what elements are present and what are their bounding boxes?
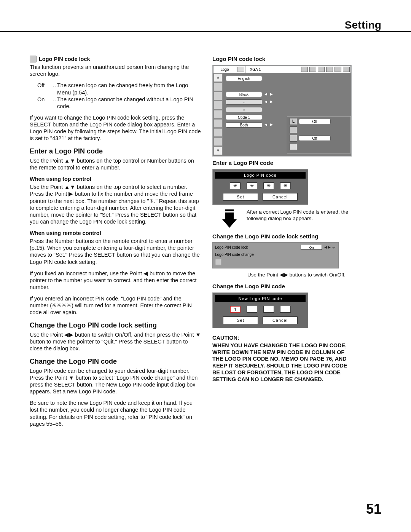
- osd-menu-icon: [301, 67, 308, 72]
- dots-leader: ..........: [52, 82, 56, 96]
- digit-box: ✳: [280, 182, 291, 189]
- panel-change-lock: Logo PIN code lock On ◀ ▶ ↵ Logo PIN cod…: [212, 242, 339, 268]
- osd-menu-icon: [309, 67, 316, 72]
- heading-top-control: When using top control: [30, 176, 201, 182]
- digit-box: ✳: [230, 182, 241, 189]
- cancel-button: Cancel: [263, 193, 298, 201]
- cancel-button: Cancel: [263, 316, 298, 324]
- osd-menu-icon: [335, 67, 341, 72]
- osd-row-language: English: [226, 75, 273, 82]
- lock-row-1: Logo PIN code lock On ◀ ▶ ↵: [215, 245, 336, 250]
- svg-rect-1: [225, 212, 234, 219]
- osd-option-list: English Black◀▶ ○◀▶ ○ Code 1 Both◀▶: [223, 73, 275, 155]
- digit-box: [263, 306, 274, 313]
- logo-lock-icon: [290, 135, 297, 142]
- digit-box: ✳: [263, 182, 274, 189]
- para-change-pin-1: Logo PIN code can be changed to your des…: [30, 367, 201, 395]
- osd-tab-icon: [237, 67, 244, 72]
- dialog-title: Logo PIN code: [215, 172, 306, 179]
- lock-row-2: Logo PIN code change: [215, 253, 336, 257]
- osd-subrow-logo-lock: Off: [290, 135, 348, 142]
- set-button: Set: [223, 193, 258, 201]
- heading-osd-change-pin: Change the Logo PIN code: [212, 283, 352, 290]
- def-key-on: On: [37, 96, 52, 110]
- digit-box-active: 1: [230, 306, 241, 313]
- osd-sub-value: Off: [299, 119, 331, 124]
- heading-logo-pin-lock: Logo PIN code lock: [30, 56, 201, 62]
- lr-arrows-icon: ◀▶: [264, 123, 273, 127]
- osd-value: ○: [226, 107, 262, 112]
- para-enter-pin: Use the Point ▲▼ buttons on the top cont…: [30, 157, 201, 171]
- svg-marker-2: [222, 219, 237, 228]
- heading-osd-lock: Logo PIN code lock: [212, 56, 352, 63]
- logo-lock-icon: [30, 56, 37, 62]
- content-columns: Logo PIN code lock This function prevent…: [30, 54, 381, 432]
- caution-heading: CAUTION:: [212, 334, 352, 341]
- digit-row: ✳ ✳ ✳ ✳: [215, 182, 306, 189]
- heading-remote-control: When using remote control: [30, 230, 201, 236]
- lr-arrows-icon: ◀▶: [264, 92, 273, 96]
- para-lock-intro: This function prevents an unauthorized p…: [30, 64, 201, 77]
- para-wrong-pin: If you entered an incorrect PIN code, "L…: [30, 295, 201, 316]
- right-column: Logo PIN code lock Logo XGA 1: [212, 54, 352, 432]
- dialog-enter-pin: Logo PIN code ✳ ✳ ✳ ✳ Set Cancel: [212, 169, 308, 205]
- digit-row: 1: [215, 306, 306, 313]
- def-key-off: Off: [37, 82, 52, 96]
- return-arrow-icon: ↵: [332, 245, 336, 250]
- arrow-down-icon: [219, 209, 240, 229]
- osd-subrow-lock: [290, 126, 348, 133]
- osd-subrow-quit: [290, 143, 348, 150]
- osd-row-both: Both◀▶: [226, 121, 273, 129]
- heading-osd-enter-pin: Enter a Logo PIN code: [212, 160, 352, 167]
- para-remote-control: Press the Number buttons on the remote c…: [30, 238, 201, 265]
- heading-change-lock: Change the Logo PIN code lock setting: [30, 321, 201, 330]
- para-fix-number: If you fixed an incorrect number, use th…: [30, 270, 201, 291]
- osd-row-lamp: ○◀▶: [226, 98, 273, 106]
- side-icon: [214, 101, 222, 109]
- header-rule: [0, 31, 411, 32]
- osd-menu-icon: [326, 67, 333, 72]
- side-icon: [214, 137, 222, 146]
- para-change-lock: Use the Point ◀▶ button to switch On/Off…: [30, 331, 201, 352]
- arrow-note-row: After a correct Logo PIN code is entered…: [219, 209, 352, 229]
- osd-value: Code 1: [226, 115, 262, 120]
- side-icon: [214, 119, 222, 128]
- page-number: 51: [366, 502, 381, 516]
- osd-sub-value: Off: [299, 136, 331, 141]
- osd-value: Black: [226, 92, 262, 97]
- digit-box: [247, 306, 257, 313]
- lock-value: On: [301, 245, 322, 250]
- set-button: Set: [223, 316, 258, 324]
- osd-submenu: L Off Off: [287, 116, 351, 153]
- para-change-pin-2: Be sure to note the new Logo PIN code an…: [30, 399, 201, 427]
- osd-lock-screenshot: Logo XGA 1 ▲: [212, 65, 352, 153]
- lr-arrows-icon: ◀▶: [264, 100, 273, 104]
- quit-icon: [215, 259, 221, 265]
- osd-side-icons: ▲ ▼: [213, 73, 223, 155]
- osd-title-bar: Logo XGA 1: [213, 66, 350, 73]
- row-label: Logo PIN code lock: [215, 246, 248, 249]
- osd-row-code: Code 1: [226, 113, 273, 121]
- definition-list: Off .......... The screen logo can be ch…: [37, 82, 201, 110]
- osd-mode-label: XGA 1: [245, 66, 265, 73]
- side-icon: [214, 110, 222, 118]
- dots-leader: ...........: [52, 96, 56, 110]
- side-icon: [214, 128, 222, 137]
- osd-menu-icon: [318, 67, 325, 72]
- page-title: Setting: [345, 20, 381, 30]
- osd-tab-icons: [300, 66, 350, 72]
- lock-icon: [290, 126, 297, 133]
- digit-box: [280, 306, 291, 313]
- heading-osd-change-lock: Change the Logo PIN code lock setting: [212, 233, 352, 240]
- arrow-note-text: After a correct Logo PIN code is entered…: [247, 209, 352, 222]
- scroll-up-icon: ▲: [214, 73, 222, 82]
- switch-note: Use the Point ◀▶ buttons to switch On/Of…: [247, 272, 352, 278]
- lr-arrows-icon: ◀ ▶: [324, 246, 331, 249]
- dialog-button-row: Set Cancel: [215, 316, 306, 324]
- para-change-intro: If you want to change the Logo PIN code …: [30, 114, 201, 142]
- osd-value: Both: [226, 122, 262, 128]
- osd-row-spacer: [226, 82, 273, 91]
- svg-rect-0: [225, 209, 234, 211]
- dialog-button-row: Set Cancel: [215, 193, 306, 201]
- row-label: Logo PIN code change: [215, 253, 254, 257]
